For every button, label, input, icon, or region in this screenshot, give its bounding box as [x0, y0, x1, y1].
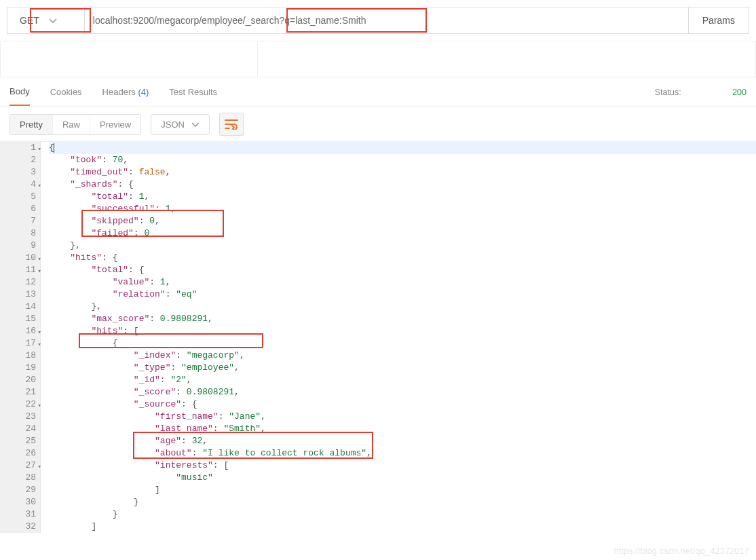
code-line[interactable]: "_index": "megacorp", — [49, 350, 756, 362]
line-number: 32 — [0, 521, 40, 533]
line-number: 13 — [0, 288, 40, 301]
code-line[interactable]: "_source": { — [49, 398, 756, 411]
line-number: 28 — [0, 472, 40, 484]
response-status: Status: 200 — [655, 88, 746, 97]
params-label: Params — [702, 15, 735, 26]
line-number: 2 — [0, 154, 40, 166]
request-bar: GET Params — [0, 0, 756, 41]
format-select[interactable]: JSON — [151, 114, 210, 135]
code-line[interactable]: }, — [49, 240, 756, 252]
line-number: 15 — [0, 313, 40, 325]
code-line[interactable]: "skipped": 0, — [49, 215, 756, 227]
view-mode-raw[interactable]: Raw — [53, 115, 90, 134]
code-line[interactable]: "last_name": "Smith", — [49, 423, 756, 435]
code-line[interactable]: }, — [49, 301, 756, 313]
line-number: 22▾ — [0, 398, 40, 411]
line-number: 3 — [0, 166, 40, 179]
response-tabs-row: Body Cookies Headers (4) Test Results St… — [0, 77, 756, 107]
code-line[interactable]: "about": "I like to collect rock albums"… — [49, 447, 756, 460]
line-number: 21 — [0, 386, 40, 398]
request-url-input[interactable] — [93, 15, 680, 26]
request-subtabs-placeholder — [0, 41, 756, 77]
line-number: 9 — [0, 240, 40, 252]
tab-test-results[interactable]: Test Results — [169, 79, 217, 105]
code-line[interactable]: "relation": "eq" — [49, 288, 756, 301]
line-number: 1▾ — [0, 142, 40, 154]
code-line[interactable]: } — [49, 496, 756, 508]
code-line[interactable]: "timed_out": false, — [49, 166, 756, 179]
code-line[interactable]: "age": 32, — [49, 435, 756, 447]
code-content[interactable]: { "took": 70, "timed_out": false, "_shar… — [41, 142, 756, 533]
line-number: 12 — [0, 276, 40, 288]
code-line[interactable]: "successful": 1, — [49, 203, 756, 215]
code-line[interactable]: "_id": "2", — [49, 374, 756, 386]
line-number: 16▾ — [0, 325, 40, 337]
code-line[interactable]: "total": 1, — [49, 191, 756, 203]
code-line[interactable]: } — [49, 508, 756, 521]
code-line[interactable]: "_type": "employee", — [49, 362, 756, 374]
line-number: 23 — [0, 411, 40, 423]
line-number: 17▾ — [0, 337, 40, 350]
request-url-field[interactable] — [85, 7, 689, 34]
code-line[interactable]: "_shards": { — [49, 179, 756, 191]
view-mode-preview[interactable]: Preview — [90, 115, 140, 134]
line-wrap-toggle[interactable] — [219, 113, 244, 136]
line-number: 27▾ — [0, 460, 40, 472]
code-line[interactable]: "total": { — [49, 264, 756, 276]
http-method-select[interactable]: GET — [7, 7, 85, 34]
line-wrap-icon — [225, 119, 238, 130]
format-value: JSON — [161, 119, 185, 130]
line-number: 4▾ — [0, 179, 40, 191]
code-line[interactable]: ] — [49, 484, 756, 496]
code-line[interactable]: "failed": 0 — [49, 227, 756, 240]
view-mode-pretty[interactable]: Pretty — [10, 115, 53, 134]
line-number: 24 — [0, 423, 40, 435]
http-method-value: GET — [20, 15, 39, 26]
code-line[interactable]: { — [49, 142, 756, 154]
line-number: 10▾ — [0, 252, 40, 264]
line-number-gutter: 1▾234▾5678910▾11▾1213141516▾17▾181920212… — [0, 142, 41, 533]
line-number: 19 — [0, 362, 40, 374]
code-line[interactable]: "max_score": 0.9808291, — [49, 313, 756, 325]
response-body-editor[interactable]: 1▾234▾5678910▾11▾1213141516▾17▾181920212… — [0, 141, 756, 533]
code-line[interactable]: "took": 70, — [49, 154, 756, 166]
line-number: 30 — [0, 496, 40, 508]
tab-cookies[interactable]: Cookies — [50, 79, 82, 105]
line-number: 20 — [0, 374, 40, 386]
line-number: 31 — [0, 508, 40, 521]
line-number: 25 — [0, 435, 40, 447]
line-number: 14 — [0, 301, 40, 313]
chevron-down-icon — [49, 15, 57, 26]
params-button[interactable]: Params — [689, 7, 749, 34]
code-line[interactable]: "hits": [ — [49, 325, 756, 337]
line-number: 8 — [0, 227, 40, 240]
code-line[interactable]: ] — [49, 521, 756, 533]
code-line[interactable]: "interests": [ — [49, 460, 756, 472]
code-line[interactable]: "_score": 0.9808291, — [49, 386, 756, 398]
tab-body[interactable]: Body — [10, 78, 30, 106]
line-number: 26 — [0, 447, 40, 460]
tab-headers[interactable]: Headers (4) — [102, 79, 149, 105]
code-line[interactable]: "hits": { — [49, 252, 756, 264]
line-number: 6 — [0, 203, 40, 215]
chevron-down-icon — [191, 119, 200, 130]
code-line[interactable]: { — [49, 337, 756, 350]
line-number: 29 — [0, 484, 40, 496]
line-number: 18 — [0, 350, 40, 362]
line-number: 5 — [0, 191, 40, 203]
line-number: 7 — [0, 215, 40, 227]
code-line[interactable]: "first_name": "Jane", — [49, 411, 756, 423]
line-number: 11▾ — [0, 264, 40, 276]
code-line[interactable]: "value": 1, — [49, 276, 756, 288]
viewer-controls: Pretty Raw Preview JSON — [0, 107, 756, 141]
view-mode-group: Pretty Raw Preview — [10, 114, 141, 135]
code-line[interactable]: "music" — [49, 472, 756, 484]
